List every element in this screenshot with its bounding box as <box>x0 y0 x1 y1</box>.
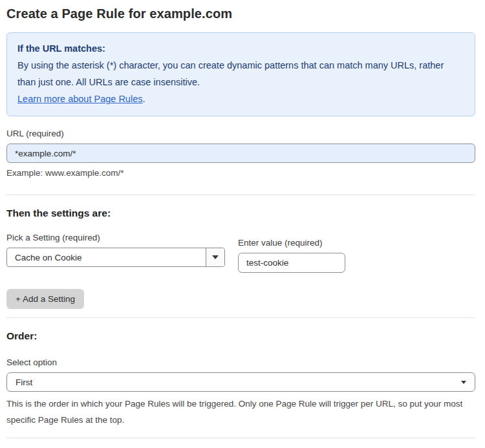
info-box-heading: If the URL matches: <box>17 40 464 57</box>
footer-divider <box>6 438 475 438</box>
chevron-down-icon <box>212 255 219 259</box>
info-box-body: By using the asterisk (*) character, you… <box>17 57 464 91</box>
url-helper-text: Example: www.example.com/* <box>6 168 475 178</box>
settings-row: Pick a Setting (required) Cache on Cooki… <box>6 233 475 273</box>
setting-value-block: Enter value (required) <box>238 238 345 273</box>
order-select[interactable]: First <box>6 372 475 392</box>
url-label: URL (required) <box>6 129 475 138</box>
setting-select[interactable]: Cache on Cookie <box>6 248 225 267</box>
order-helper-text: This is the order in which your Page Rul… <box>6 396 475 428</box>
info-box-link-line: Learn more about Page Rules. <box>17 91 464 107</box>
setting-select-block: Pick a Setting (required) Cache on Cooki… <box>6 233 225 267</box>
learn-more-link[interactable]: Learn more about Page Rules <box>17 94 142 104</box>
create-page-rule-form: Create a Page Rule for example.com If th… <box>0 0 485 448</box>
order-select-value: First <box>16 378 32 387</box>
setting-value-input[interactable] <box>238 253 345 273</box>
setting-select-value: Cache on Cookie <box>7 253 82 262</box>
order-select-block: Select option First This is the order in… <box>6 357 475 428</box>
section-divider <box>6 317 475 318</box>
setting-value-label: Enter value (required) <box>238 238 345 248</box>
add-setting-button[interactable]: + Add a Setting <box>6 289 84 309</box>
chevron-down-icon <box>461 381 466 384</box>
link-suffix: . <box>142 94 145 104</box>
order-select-label: Select option <box>6 357 475 367</box>
url-field-block: URL (required) Example: www.example.com/… <box>6 129 475 178</box>
setting-select-label: Pick a Setting (required) <box>6 233 225 242</box>
url-match-info-box: If the URL matches: By using the asteris… <box>6 32 475 116</box>
settings-section-heading: Then the settings are: <box>6 208 475 219</box>
url-input[interactable] <box>6 144 475 163</box>
order-section-heading: Order: <box>6 330 475 342</box>
page-title: Create a Page Rule for example.com <box>6 6 475 21</box>
setting-select-arrow-button[interactable] <box>206 248 224 266</box>
section-divider <box>6 195 475 195</box>
